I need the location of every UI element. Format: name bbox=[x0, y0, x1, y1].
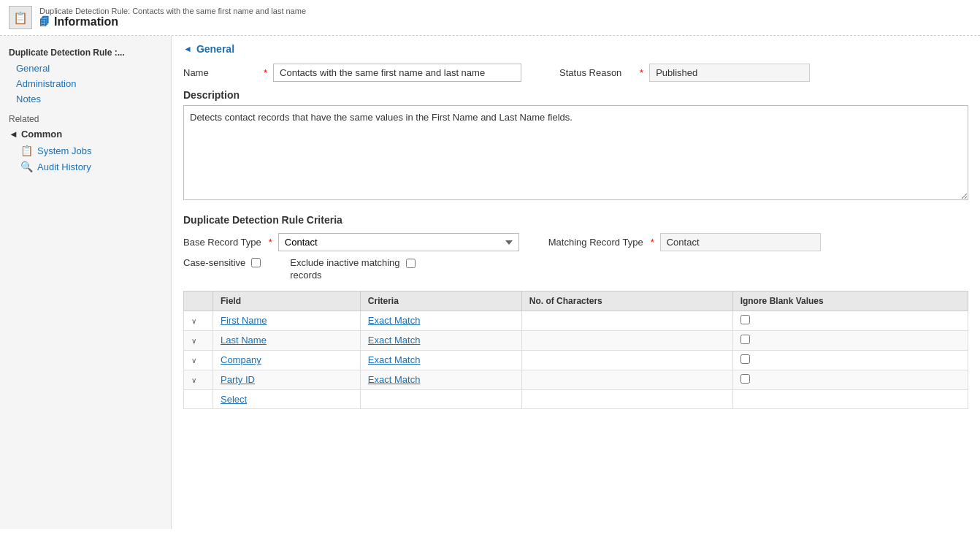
matching-record-type-input bbox=[660, 233, 821, 251]
ignore-blank-3[interactable] bbox=[740, 354, 750, 364]
common-section: ◄ Common 📋 System Jobs 🔍 Audit History bbox=[0, 127, 171, 178]
system-jobs-icon: 📋 bbox=[20, 145, 33, 156]
company-criteria-link[interactable]: Exact Match bbox=[368, 354, 421, 365]
ignore-blank-1[interactable] bbox=[740, 315, 750, 324]
first-name-criteria-link[interactable]: Exact Match bbox=[368, 315, 421, 326]
matching-record-col: Matching Record Type * bbox=[548, 233, 821, 251]
sidebar-item-general[interactable]: General bbox=[0, 61, 171, 76]
base-record-type-select[interactable]: Contact bbox=[278, 233, 519, 251]
row-4-field: Party ID bbox=[213, 370, 361, 389]
case-sensitive-checkbox[interactable] bbox=[251, 258, 261, 267]
col-expand bbox=[184, 291, 213, 311]
row-2-num-chars bbox=[521, 330, 732, 350]
row-4-criteria: Exact Match bbox=[360, 370, 521, 389]
description-section: Description Detects contact records that… bbox=[183, 89, 968, 202]
name-label: Name bbox=[183, 67, 256, 78]
table-row: ∨ Company Exact Match bbox=[184, 350, 968, 370]
description-textarea[interactable]: Detects contact records that have the sa… bbox=[183, 105, 968, 200]
name-input[interactable] bbox=[273, 64, 521, 82]
row-3-criteria: Exact Match bbox=[360, 350, 521, 370]
last-name-criteria-link[interactable]: Exact Match bbox=[368, 335, 421, 346]
content-area: ◄ General Name * Status Reason * Descrip… bbox=[172, 36, 980, 529]
select-row: Select bbox=[184, 389, 968, 408]
related-label: Related bbox=[0, 107, 171, 127]
row-4-expand: ∨ bbox=[184, 370, 213, 389]
row-3-num-chars bbox=[521, 350, 732, 370]
matching-record-label: Matching Record Type bbox=[548, 237, 643, 248]
table-row: ∨ Party ID Exact Match bbox=[184, 370, 968, 389]
header-subtitle: Duplicate Detection Rule: Contacts with … bbox=[39, 7, 306, 15]
base-record-required: * bbox=[269, 237, 272, 248]
exclude-inactive-col: Exclude inactive matchingrecords bbox=[290, 257, 415, 282]
select-link[interactable]: Select bbox=[221, 394, 247, 405]
row-1-num-chars bbox=[521, 311, 732, 330]
audit-history-icon: 🔍 bbox=[20, 161, 33, 172]
chevron-icon-2: ∨ bbox=[191, 337, 196, 345]
ignore-blank-4[interactable] bbox=[740, 374, 750, 384]
row-2-field: Last Name bbox=[213, 330, 361, 350]
ignore-blank-2[interactable] bbox=[740, 335, 750, 344]
select-empty-3 bbox=[521, 389, 732, 408]
case-sensitive-col: Case-sensitive bbox=[183, 257, 261, 268]
chevron-icon-1: ∨ bbox=[191, 317, 196, 325]
header: 📋 Duplicate Detection Rule: Contacts wit… bbox=[0, 0, 980, 36]
exclude-inactive-checkbox[interactable] bbox=[406, 259, 416, 268]
row-1-ignore-blank bbox=[732, 311, 968, 330]
general-section-header: ◄ General bbox=[183, 43, 968, 55]
exclude-inactive-label: Exclude inactive matchingrecords bbox=[290, 257, 399, 282]
page-icon: 🗐 bbox=[39, 16, 50, 28]
select-empty-4 bbox=[732, 389, 968, 408]
sidebar-item-administration[interactable]: Administration bbox=[0, 76, 171, 91]
row-2-criteria: Exact Match bbox=[360, 330, 521, 350]
matching-required: * bbox=[651, 237, 654, 248]
general-section-title: General bbox=[196, 43, 234, 55]
base-record-col: Base Record Type * Contact bbox=[183, 233, 519, 251]
row-1-field: First Name bbox=[213, 311, 361, 330]
col-criteria: Criteria bbox=[360, 291, 521, 311]
name-status-row: Name * Status Reason * bbox=[183, 64, 968, 82]
common-section-title: ◄ Common bbox=[9, 129, 162, 140]
criteria-section: Duplicate Detection Rule Criteria Base R… bbox=[183, 214, 968, 409]
sidebar-item-audit-history[interactable]: 🔍 Audit History bbox=[9, 159, 162, 175]
table-row: ∨ First Name Exact Match bbox=[184, 311, 968, 330]
chevron-icon-3: ∨ bbox=[191, 357, 196, 365]
row-3-expand: ∨ bbox=[184, 350, 213, 370]
case-sensitive-label: Case-sensitive bbox=[183, 257, 245, 268]
row-4-ignore-blank bbox=[732, 370, 968, 389]
row-3-ignore-blank bbox=[732, 350, 968, 370]
select-empty bbox=[184, 389, 213, 408]
base-record-label: Base Record Type bbox=[183, 237, 261, 248]
row-2-expand: ∨ bbox=[184, 330, 213, 350]
chevron-icon-4: ∨ bbox=[191, 376, 196, 384]
first-name-link[interactable]: First Name bbox=[221, 315, 267, 326]
name-required-star: * bbox=[264, 67, 267, 78]
company-link[interactable]: Company bbox=[221, 354, 261, 365]
main-layout: Duplicate Detection Rule :... General Ad… bbox=[0, 36, 980, 529]
row-2-ignore-blank bbox=[732, 330, 968, 350]
col-field: Field bbox=[213, 291, 361, 311]
col-num-chars: No. of Characters bbox=[521, 291, 732, 311]
sidebar-item-system-jobs[interactable]: 📋 System Jobs bbox=[9, 142, 162, 159]
criteria-table: Field Criteria No. of Characters Ignore … bbox=[183, 291, 968, 409]
party-id-criteria-link[interactable]: Exact Match bbox=[368, 374, 421, 385]
status-required-star: * bbox=[640, 67, 643, 78]
col-ignore-blank: Ignore Blank Values bbox=[732, 291, 968, 311]
record-type-row: Base Record Type * Contact Matching Reco… bbox=[183, 233, 968, 251]
sidebar-item-notes[interactable]: Notes bbox=[0, 91, 171, 107]
collapse-icon: ◄ bbox=[9, 129, 18, 140]
row-3-field: Company bbox=[213, 350, 361, 370]
last-name-link[interactable]: Last Name bbox=[221, 335, 267, 346]
sidebar-section-title: Duplicate Detection Rule :... bbox=[0, 43, 171, 61]
header-main-title: 🗐 Information bbox=[39, 15, 306, 28]
select-empty-2 bbox=[360, 389, 521, 408]
row-1-expand: ∨ bbox=[184, 311, 213, 330]
header-title-block: Duplicate Detection Rule: Contacts with … bbox=[39, 7, 306, 28]
select-cell: Select bbox=[213, 389, 361, 408]
header-icon: 📋 bbox=[9, 6, 32, 29]
criteria-title: Duplicate Detection Rule Criteria bbox=[183, 214, 968, 226]
row-4-num-chars bbox=[521, 370, 732, 389]
options-row: Case-sensitive Exclude inactive matching… bbox=[183, 257, 968, 282]
general-collapse-icon: ◄ bbox=[183, 44, 192, 54]
status-reason-input bbox=[649, 64, 810, 82]
party-id-link[interactable]: Party ID bbox=[221, 374, 255, 385]
